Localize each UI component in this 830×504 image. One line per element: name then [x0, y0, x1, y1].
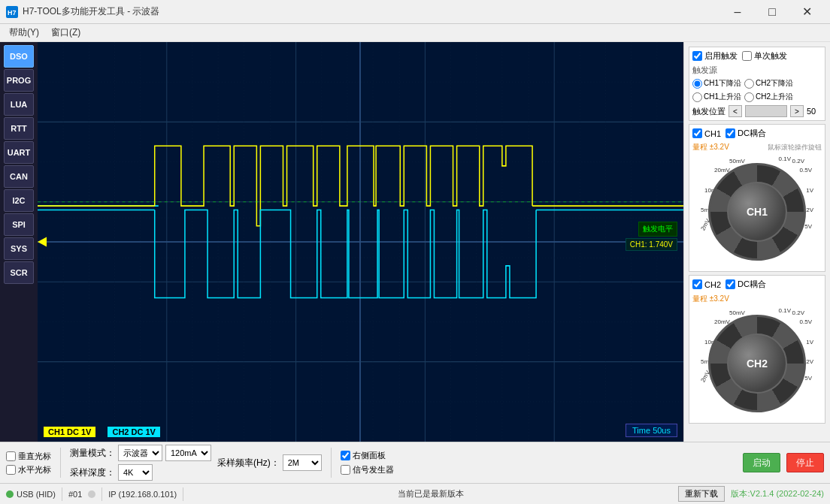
vertical-cursor-input[interactable] — [6, 451, 16, 461]
close-button[interactable]: ✕ — [789, 0, 824, 24]
ch1-scale-1v: 1V — [806, 187, 813, 194]
ch1-scale-02v: 0.2V — [792, 158, 804, 164]
trigger-source-label: 触发源 — [692, 65, 822, 76]
stop-button[interactable]: 停止 — [786, 453, 824, 472]
trigger-ch1-falling-radio[interactable] — [692, 79, 702, 89]
ch2-dc-label: DC耦合 — [738, 279, 766, 290]
connection-item: USB (HID) — [6, 490, 56, 499]
right-panel-label: 右侧面板 — [353, 450, 386, 461]
signal-gen-checkbox[interactable]: 信号发生器 — [341, 464, 394, 475]
oscilloscope-display: CH1 DC 1V CH2 DC 1V Time 50us 触发电平 CH1: … — [38, 42, 683, 442]
sep1 — [60, 448, 61, 478]
trigger-section: 启用触发 单次触发 触发源 CH1下降沿 CH2下降沿 — [689, 47, 825, 121]
trigger-ch1-rising-radio[interactable] — [692, 92, 702, 102]
ch1-dc-checkbox[interactable]: DC耦合 — [725, 128, 766, 139]
trigger-enable-row: 启用触发 单次触发 — [692, 50, 822, 62]
sep2 — [331, 448, 332, 478]
menu-help[interactable]: 帮助(Y) — [3, 25, 45, 41]
cursor-controls: 垂直光标 水平光标 — [6, 451, 51, 475]
ch2-knob[interactable]: CH2 — [708, 315, 806, 412]
sample-depth-label: 采样深度： — [70, 466, 115, 479]
version-label: 版本:V2.1.4 (2022-02-24) — [731, 488, 824, 499]
single-trigger-checkbox[interactable]: 单次触发 — [742, 50, 787, 62]
download-button[interactable]: 重新下载 — [678, 486, 725, 502]
ch1-dc-input[interactable] — [725, 128, 735, 138]
ch1-hint: 鼠标滚轮操作旋钮 — [768, 143, 822, 152]
trigger-ch1-falling[interactable]: CH1下降沿 — [692, 78, 741, 89]
ch2-scale-1v: 1V — [806, 339, 813, 346]
minimize-button[interactable]: – — [720, 0, 755, 24]
trigger-pos-decrease[interactable]: < — [729, 105, 742, 117]
status-div3 — [183, 487, 183, 501]
window-controls: – □ ✕ — [720, 0, 824, 24]
sidebar-item-i2c[interactable]: I2C — [4, 189, 34, 212]
ch1-section: CH1 DC耦合 量程 ±3.2V 鼠标滚轮操作旋钮 2mV 5mV 10mV … — [689, 124, 825, 272]
ch2-dc-checkbox[interactable]: DC耦合 — [725, 279, 766, 290]
device-led — [88, 490, 95, 498]
trigger-ch1-rising[interactable]: CH1上升沿 — [692, 92, 741, 102]
trigger-ch2-falling-radio[interactable] — [744, 79, 754, 89]
sample-rate-controls: 采样频率(Hz)： 2M 1M 500K 200K — [217, 454, 322, 471]
main-layout: DSO PROG LUA RTT UART CAN I2C SPI SYS SC… — [0, 42, 830, 442]
connection-label: USB (HID) — [17, 490, 56, 499]
ch1-input[interactable] — [692, 128, 702, 138]
horizontal-cursor-input[interactable] — [6, 465, 16, 475]
app-icon: H7 — [6, 6, 18, 18]
single-trigger-input[interactable] — [742, 51, 752, 61]
sample-rate-select[interactable]: 2M 1M 500K 200K — [283, 454, 322, 471]
signal-gen-label: 信号发生器 — [353, 464, 394, 475]
trigger-ch2-rising-radio[interactable] — [744, 92, 754, 102]
measure-mode-select[interactable]: 示波器 频率计 万用表 — [118, 445, 162, 461]
ch1-knob-wrapper: 2mV 5mV 10mV 20mV 50mV 0.1V 0.2V 0.5V 1V… — [701, 155, 813, 268]
ch1-checkbox[interactable]: CH1 — [692, 128, 721, 138]
horizontal-cursor-checkbox[interactable]: 水平光标 — [6, 464, 51, 475]
sample-rate-label: 采样频率(Hz)： — [217, 457, 280, 469]
sidebar-item-sys[interactable]: SYS — [4, 237, 34, 260]
sidebar-item-dso[interactable]: DSO — [4, 45, 34, 68]
status-bar: USB (HID) #01 IP (192.168.0.101) 当前已是最新版… — [0, 483, 830, 504]
ch2-dc-input[interactable] — [725, 279, 735, 289]
sidebar-item-prog[interactable]: PROG — [4, 69, 34, 92]
status-div2 — [101, 487, 102, 501]
trigger-enable-checkbox[interactable]: 启用触发 — [692, 50, 738, 62]
sample-depth-select[interactable]: 4K 8K 16K — [118, 464, 153, 481]
trigger-ch2-rising[interactable]: CH2上升沿 — [744, 92, 793, 102]
left-sidebar: DSO PROG LUA RTT UART CAN I2C SPI SYS SC… — [0, 42, 38, 442]
ch2-scale-5v: 5V — [804, 375, 812, 382]
status-message: 当前已是最新版本 — [189, 488, 672, 499]
menu-bar: 帮助(Y) 窗口(Z) — [0, 24, 830, 42]
ch1-knob[interactable]: CH1 — [708, 163, 806, 261]
trigger-enable-input[interactable] — [692, 51, 702, 61]
device-id: #01 — [68, 490, 82, 499]
right-panel-checkbox[interactable]: 右侧面板 — [341, 450, 394, 461]
ch2-range: 量程 ±3.2V — [692, 294, 729, 303]
sidebar-item-can[interactable]: CAN — [4, 165, 34, 188]
vertical-cursor-checkbox[interactable]: 垂直光标 — [6, 451, 51, 462]
svg-text:H7: H7 — [8, 9, 17, 17]
bottom-bar: 垂直光标 水平光标 测量模式： 示波器 频率计 万用表 120mA 60mA 3… — [0, 442, 830, 483]
sidebar-item-scr[interactable]: SCR — [4, 261, 34, 284]
sidebar-item-uart[interactable]: UART — [4, 141, 34, 164]
sidebar-item-rtt[interactable]: RTT — [4, 117, 34, 140]
ch2-scale-02v: 0.2V — [792, 309, 804, 316]
measure-controls: 测量模式： 示波器 频率计 万用表 120mA 60mA 30mA 采样深度： … — [70, 445, 211, 481]
trigger-ch2-falling[interactable]: CH2下降沿 — [744, 78, 793, 89]
trigger-pos-increase[interactable]: > — [790, 105, 804, 117]
signal-gen-input[interactable] — [341, 465, 350, 475]
sidebar-item-lua[interactable]: LUA — [4, 93, 34, 116]
menu-window[interactable]: 窗口(Z) — [45, 25, 86, 41]
sidebar-item-spi[interactable]: SPI — [4, 213, 34, 236]
status-div1 — [62, 487, 62, 501]
single-trigger-label: 单次触发 — [754, 50, 787, 62]
current-select[interactable]: 120mA 60mA 30mA — [165, 445, 211, 461]
maximize-button[interactable]: □ — [755, 0, 789, 24]
trigger-ch2-rising-label: CH2上升沿 — [756, 92, 793, 102]
ch1-scale-01v: 0.1V — [779, 155, 791, 162]
panel-controls: 右侧面板 信号发生器 — [341, 450, 394, 475]
start-button[interactable]: 启动 — [743, 453, 780, 472]
ch2-input[interactable] — [692, 279, 702, 289]
ch2-label: CH2 — [704, 280, 721, 289]
right-panel-input[interactable] — [341, 451, 350, 460]
ch2-checkbox[interactable]: CH2 — [692, 279, 721, 289]
horizontal-cursor-label: 水平光标 — [18, 464, 51, 475]
